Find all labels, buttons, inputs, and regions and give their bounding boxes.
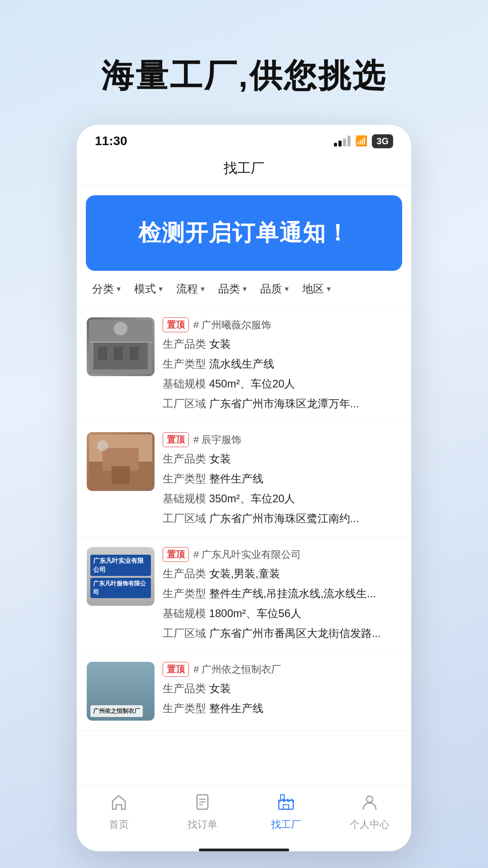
svg-point-19 bbox=[366, 796, 373, 802]
factory-name: # 辰宇服饰 bbox=[193, 433, 241, 447]
factory-region: 工厂区域 广东省广州市海珠区龙潭万年... bbox=[163, 396, 401, 412]
factory-scale: 基础规模 450m²、车位20人 bbox=[163, 376, 401, 392]
factory-product-type: 生产品类 女装,男装,童装 bbox=[163, 566, 401, 582]
factory-production: 生产类型 流水线生产线 bbox=[163, 356, 401, 372]
factory-image bbox=[87, 432, 155, 491]
factory-region: 工厂区域 广东省广州市海珠区鹭江南约... bbox=[163, 510, 401, 527]
filter-quality[interactable]: 品质 ▾ bbox=[256, 279, 293, 299]
nav-profile[interactable]: 个人中心 bbox=[343, 793, 397, 831]
nav-home[interactable]: 首页 bbox=[92, 793, 146, 831]
factory-info: 置顶 # 辰宇服饰 生产品类 女装 生产类型 整件生产线 基础规模 350m²、… bbox=[163, 432, 401, 527]
factory-info: 置顶 # 广州曦薇尔服饰 生产品类 女装 生产类型 流水线生产线 基础规模 45… bbox=[163, 317, 401, 412]
signal-icon bbox=[334, 136, 351, 146]
person-icon bbox=[361, 793, 379, 815]
status-bar: 11:30 📶 3G bbox=[77, 125, 411, 153]
nav-find-orders[interactable]: 找订单 bbox=[175, 793, 230, 831]
factory-image: 广州依之恒制衣厂 bbox=[87, 662, 155, 721]
filter-process[interactable]: 流程 ▾ bbox=[172, 279, 209, 299]
pinned-badge: 置顶 bbox=[163, 547, 189, 562]
status-icons: 📶 3G bbox=[334, 134, 393, 148]
factory-name: # 广州依之恒制衣厂 bbox=[193, 663, 281, 676]
pinned-badge: 置顶 bbox=[163, 662, 189, 677]
factory-image: 广东凡叶实业有限公司 广东凡叶服饰有限公司 bbox=[87, 547, 155, 606]
svg-rect-17 bbox=[283, 805, 289, 809]
factory-card[interactable]: 广州依之恒制衣厂 置顶 # 广州依之恒制衣厂 生产品类 女装 生产类型 整件生产… bbox=[77, 652, 411, 731]
document-icon bbox=[193, 793, 211, 815]
chevron-down-icon: ▾ bbox=[201, 284, 205, 294]
filter-bar: 分类 ▾ 模式 ▾ 流程 ▾ 品类 ▾ 品质 ▾ 地区 ▾ bbox=[77, 271, 411, 307]
home-icon bbox=[110, 793, 128, 815]
nav-home-label: 首页 bbox=[109, 818, 129, 831]
factory-name: # 广东凡叶实业有限公司 bbox=[193, 548, 301, 561]
factory-card[interactable]: 置顶 # 广州曦薇尔服饰 生产品类 女装 生产类型 流水线生产线 基础规模 45… bbox=[77, 307, 411, 422]
factory-production: 生产类型 整件生产线,吊挂流水线,流水线生... bbox=[163, 585, 401, 602]
factory-product-type: 生产品类 女装 bbox=[163, 336, 401, 352]
factory-production: 生产类型 整件生产线 bbox=[163, 471, 401, 487]
nav-find-factory-label: 找工厂 bbox=[271, 818, 301, 831]
factory-production: 生产类型 整件生产线 bbox=[163, 700, 401, 717]
chevron-down-icon: ▾ bbox=[327, 284, 331, 294]
home-indicator bbox=[199, 849, 289, 851]
filter-mode-label: 模式 bbox=[134, 282, 156, 296]
svg-rect-2 bbox=[98, 347, 107, 360]
phone-frame: 11:30 📶 3G 找工厂 检测开启订单通知！ 分类 ▾ 模式 ▾ 流程 ▾ … bbox=[77, 125, 411, 851]
banner-text: 检测开启订单通知！ bbox=[104, 218, 384, 248]
factory-scale: 基础规模 1800m²、车位56人 bbox=[163, 605, 401, 622]
svg-rect-3 bbox=[114, 347, 123, 360]
factory-info: 置顶 # 广东凡叶实业有限公司 生产品类 女装,男装,童装 生产类型 整件生产线… bbox=[163, 547, 401, 642]
svg-point-11 bbox=[97, 440, 108, 451]
bottom-navigation: 首页 找订单 bbox=[77, 785, 411, 845]
factory-region: 工厂区域 广东省广州市番禺区大龙街信发路... bbox=[163, 625, 401, 642]
pinned-badge: 置顶 bbox=[163, 432, 189, 447]
filter-category[interactable]: 分类 ▾ bbox=[88, 279, 125, 299]
filter-region[interactable]: 地区 ▾ bbox=[298, 279, 335, 299]
factory-info: 置顶 # 广州依之恒制衣厂 生产品类 女装 生产类型 整件生产线 bbox=[163, 662, 401, 717]
filter-mode[interactable]: 模式 ▾ bbox=[130, 279, 167, 299]
nav-profile-label: 个人中心 bbox=[350, 818, 389, 831]
factory-card[interactable]: 置顶 # 辰宇服饰 生产品类 女装 生产类型 整件生产线 基础规模 350m²、… bbox=[77, 422, 411, 537]
notification-banner[interactable]: 检测开启订单通知！ bbox=[86, 195, 402, 271]
pinned-badge: 置顶 bbox=[163, 317, 189, 332]
factory-scale: 基础规模 350m²、车位20人 bbox=[163, 491, 401, 507]
chevron-down-icon: ▾ bbox=[285, 284, 289, 294]
filter-region-label: 地区 bbox=[302, 282, 324, 296]
nav-find-orders-label: 找订单 bbox=[188, 818, 217, 831]
filter-type[interactable]: 品类 ▾ bbox=[214, 279, 251, 299]
page-title: 找工厂 bbox=[77, 153, 411, 186]
filter-category-label: 分类 bbox=[92, 282, 114, 296]
filter-type-label: 品类 bbox=[218, 282, 240, 296]
factory-product-type: 生产品类 女装 bbox=[163, 680, 401, 697]
filter-process-label: 流程 bbox=[176, 282, 198, 296]
chevron-down-icon: ▾ bbox=[159, 284, 163, 294]
wifi-icon: 📶 bbox=[355, 135, 367, 147]
factory-icon bbox=[277, 793, 295, 815]
factory-list: 置顶 # 广州曦薇尔服饰 生产品类 女装 生产类型 流水线生产线 基础规模 45… bbox=[77, 307, 411, 785]
nav-find-factory[interactable]: 找工厂 bbox=[259, 793, 313, 831]
factory-image bbox=[87, 317, 155, 376]
svg-rect-10 bbox=[112, 466, 130, 484]
chevron-down-icon: ▾ bbox=[117, 284, 121, 294]
factory-name: # 广州曦薇尔服饰 bbox=[193, 318, 271, 332]
filter-quality-label: 品质 bbox=[260, 282, 282, 296]
svg-rect-4 bbox=[130, 347, 139, 360]
chevron-down-icon: ▾ bbox=[243, 284, 247, 294]
factory-product-type: 生产品类 女装 bbox=[163, 451, 401, 467]
svg-point-5 bbox=[114, 322, 127, 335]
status-time: 11:30 bbox=[95, 134, 127, 148]
battery-indicator: 3G bbox=[372, 134, 393, 148]
factory-card[interactable]: 广东凡叶实业有限公司 广东凡叶服饰有限公司 置顶 # 广东凡叶实业有限公司 生产… bbox=[77, 537, 411, 652]
hero-title: 海量工厂,供您挑选 bbox=[101, 54, 387, 98]
